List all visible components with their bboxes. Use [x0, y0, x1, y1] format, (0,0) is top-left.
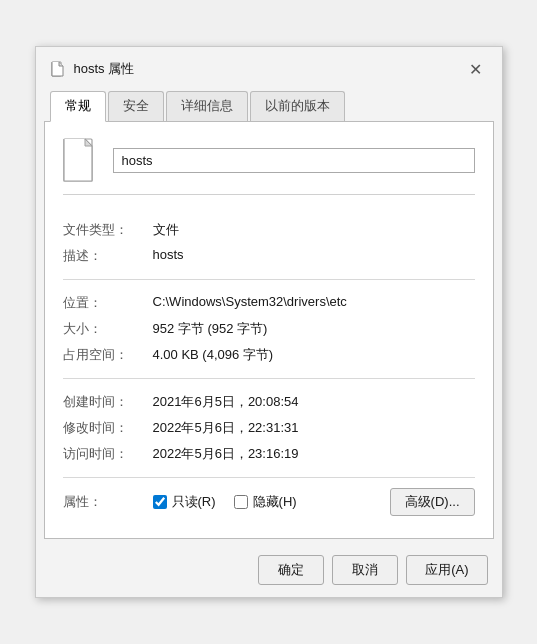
row-modified: 修改时间： 2022年5月6日，22:31:31 — [63, 415, 475, 441]
readonly-checkbox[interactable] — [153, 495, 167, 509]
file-type-icon — [63, 138, 99, 182]
disk-value: 4.00 KB (4,096 字节) — [153, 346, 475, 364]
disk-label: 占用空间： — [63, 346, 153, 364]
file-header — [63, 138, 475, 195]
row-accessed: 访问时间： 2022年5月6日，23:16:19 — [63, 441, 475, 467]
tab-general[interactable]: 常规 — [50, 91, 106, 122]
title-bar: hosts 属性 ✕ — [36, 47, 502, 85]
type-label: 文件类型： — [63, 221, 153, 239]
dialog-window: hosts 属性 ✕ 常规 安全 详细信息 以前的版本 文件类型： — [35, 46, 503, 598]
tab-details[interactable]: 详细信息 — [166, 91, 248, 121]
dialog-title: hosts 属性 — [74, 60, 135, 78]
section-timestamps: 创建时间： 2021年6月5日，20:08:54 修改时间： 2022年5月6日… — [63, 379, 475, 478]
tab-security[interactable]: 安全 — [108, 91, 164, 121]
file-name-input[interactable] — [113, 148, 475, 173]
attributes-row: 属性： 只读(R) 隐藏(H) 高级(D)... — [63, 478, 475, 522]
row-size: 大小： 952 字节 (952 字节) — [63, 316, 475, 342]
cancel-button[interactable]: 取消 — [332, 555, 398, 585]
type-value: 文件 — [153, 221, 475, 239]
section-location-size: 位置： C:\Windows\System32\drivers\etc 大小： … — [63, 280, 475, 379]
dialog-icon — [50, 61, 66, 77]
title-bar-left: hosts 属性 — [50, 60, 135, 78]
attr-label: 属性： — [63, 493, 153, 511]
ok-button[interactable]: 确定 — [258, 555, 324, 585]
modified-value: 2022年5月6日，22:31:31 — [153, 419, 475, 437]
row-location: 位置： C:\Windows\System32\drivers\etc — [63, 290, 475, 316]
bottom-buttons: 确定 取消 应用(A) — [36, 547, 502, 597]
hidden-checkbox-group[interactable]: 隐藏(H) — [234, 493, 297, 511]
section-type-desc: 文件类型： 文件 描述： hosts — [63, 207, 475, 280]
readonly-label: 只读(R) — [172, 493, 216, 511]
desc-label: 描述： — [63, 247, 153, 265]
tab-previous-versions[interactable]: 以前的版本 — [250, 91, 345, 121]
row-desc: 描述： hosts — [63, 243, 475, 269]
apply-button[interactable]: 应用(A) — [406, 555, 487, 585]
row-created: 创建时间： 2021年6月5日，20:08:54 — [63, 389, 475, 415]
row-type: 文件类型： 文件 — [63, 217, 475, 243]
accessed-label: 访问时间： — [63, 445, 153, 463]
tabs-bar: 常规 安全 详细信息 以前的版本 — [36, 85, 502, 121]
row-disk: 占用空间： 4.00 KB (4,096 字节) — [63, 342, 475, 368]
hidden-checkbox[interactable] — [234, 495, 248, 509]
readonly-checkbox-group[interactable]: 只读(R) — [153, 493, 216, 511]
location-label: 位置： — [63, 294, 153, 312]
modified-label: 修改时间： — [63, 419, 153, 437]
location-value: C:\Windows\System32\drivers\etc — [153, 294, 475, 309]
size-label: 大小： — [63, 320, 153, 338]
hidden-label: 隐藏(H) — [253, 493, 297, 511]
accessed-value: 2022年5月6日，23:16:19 — [153, 445, 475, 463]
close-button[interactable]: ✕ — [464, 57, 488, 81]
attr-controls: 只读(R) 隐藏(H) 高级(D)... — [153, 488, 475, 516]
size-value: 952 字节 (952 字节) — [153, 320, 475, 338]
tab-content-general: 文件类型： 文件 描述： hosts 位置： C:\Windows\System… — [44, 121, 494, 539]
desc-value: hosts — [153, 247, 475, 262]
created-value: 2021年6月5日，20:08:54 — [153, 393, 475, 411]
created-label: 创建时间： — [63, 393, 153, 411]
advanced-button[interactable]: 高级(D)... — [390, 488, 475, 516]
